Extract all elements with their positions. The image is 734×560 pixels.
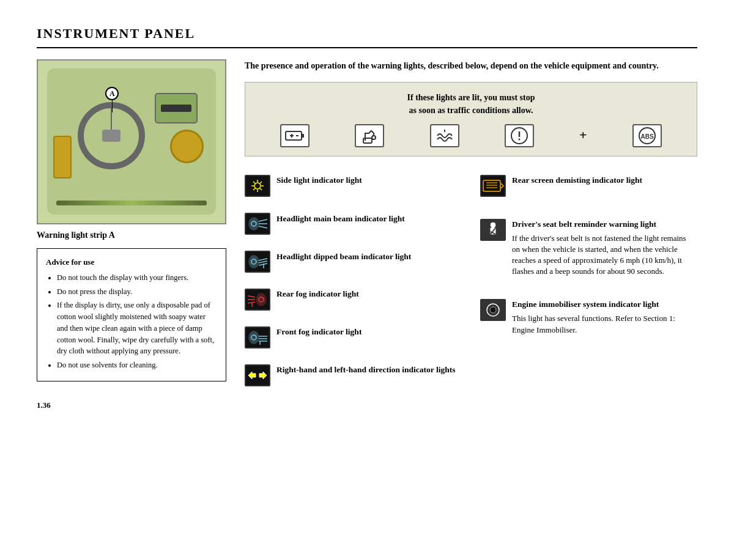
plus-icon: + [579, 126, 587, 145]
advice-box: Advice for use Do not touch the display … [37, 248, 226, 381]
svg-point-33 [256, 293, 266, 306]
page-number: 1.36 [37, 400, 226, 411]
svg-rect-1 [302, 134, 304, 138]
page-title: INSTRUMENT PANEL [37, 24, 697, 48]
svg-point-27 [249, 256, 259, 268]
seatbelt-indicator: Driver's seat belt reminder warning ligh… [474, 213, 697, 284]
svg-line-24 [259, 219, 267, 221]
rear-fog-icon [245, 289, 270, 311]
front-fog-indicator: Front fog indicator light [245, 320, 468, 355]
advice-title: Advice for use [46, 256, 217, 268]
svg-line-18 [253, 182, 255, 183]
rear-screen-icon [480, 175, 506, 197]
svg-point-22 [249, 218, 259, 230]
svg-line-29 [259, 259, 267, 260]
warning-box-title: If these lights are lit, you must stop a… [258, 91, 684, 117]
temp-warn-icon [430, 124, 459, 147]
advice-item: Do not use solvents for cleaning. [57, 359, 217, 371]
svg-line-37 [248, 302, 255, 303]
advice-list: Do not touch the display with your finge… [46, 272, 217, 371]
advice-item: Do not touch the display with your finge… [57, 272, 217, 284]
svg-point-13 [254, 183, 261, 189]
exclamation-warn-icon [505, 124, 534, 147]
intro-text: The presence and operation of the warnin… [245, 59, 697, 72]
svg-line-31 [259, 263, 267, 265]
seatbelt-block: Driver's seat belt reminder warning ligh… [512, 219, 694, 278]
side-light-icon [245, 175, 270, 197]
right-column: The presence and operation of the warnin… [245, 59, 697, 411]
immobiliser-icon [480, 299, 506, 321]
headlight-dipped-text: Headlight dipped beam indicator light [276, 251, 411, 263]
direction-text: Right-hand and left-hand direction indic… [276, 364, 455, 376]
svg-line-26 [259, 226, 267, 228]
rear-fog-indicator: Rear fog indicator light [245, 282, 468, 317]
dashboard-illustration: A [37, 59, 226, 224]
oil-warn-icon [355, 124, 384, 147]
immobiliser-indicator: Engine immobiliser system indicator ligh… [474, 293, 697, 341]
warning-icons-row: + ABS [258, 124, 684, 147]
headlight-main-icon [245, 213, 270, 235]
advice-item: Do not press the display. [57, 286, 217, 298]
svg-point-39 [249, 331, 259, 344]
direction-indicator: Right-hand and left-hand direction indic… [245, 358, 468, 392]
svg-marker-45 [248, 372, 256, 379]
svg-point-10 [518, 138, 520, 140]
svg-marker-46 [259, 372, 267, 379]
svg-point-55 [490, 307, 496, 313]
indicators-layout: Side light indicator light [245, 169, 697, 392]
svg-line-35 [248, 296, 255, 297]
steering-wheel [78, 102, 145, 169]
side-light-indicator: Side light indicator light [245, 169, 468, 203]
svg-line-20 [253, 188, 255, 190]
advice-item: If the display is dirty, use only a disp… [57, 300, 217, 357]
rear-fog-text: Rear fog indicator light [276, 289, 359, 300]
right-indicators: Rear screen demisting indicator light [468, 169, 697, 392]
svg-point-51 [491, 223, 495, 227]
svg-text:ABS: ABS [640, 133, 653, 140]
svg-rect-47 [483, 180, 500, 191]
left-column: A Warning light strip A Advice for use D… [37, 59, 226, 411]
front-fog-icon [245, 326, 270, 348]
warning-label: Warning light strip A [37, 229, 226, 241]
svg-line-30 [259, 261, 267, 263]
seatbelt-icon [480, 219, 506, 241]
headlight-main-indicator: Headlight main beam indicator light [245, 207, 468, 241]
rear-screen-text: Rear screen demisting indicator light [512, 175, 642, 186]
svg-line-19 [260, 188, 262, 190]
front-fog-text: Front fog indicator light [276, 326, 361, 338]
direction-icon [245, 364, 270, 386]
headlight-dipped-icon [245, 251, 270, 273]
marker-a: A [105, 87, 119, 100]
battery-warn-icon [280, 124, 310, 147]
side-light-text: Side light indicator light [276, 175, 362, 186]
warning-box: If these lights are lit, you must stop a… [245, 82, 697, 157]
immobiliser-block: Engine immobiliser system indicator ligh… [512, 299, 694, 335]
abs-warn-icon: ABS [632, 124, 662, 147]
svg-line-21 [260, 182, 262, 183]
headlight-main-text: Headlight main beam indicator light [276, 213, 405, 225]
left-indicators: Side light indicator light [245, 169, 468, 392]
headlight-dipped-indicator: Headlight dipped beam indicator light [245, 245, 468, 279]
rear-screen-indicator: Rear screen demisting indicator light [474, 169, 697, 203]
